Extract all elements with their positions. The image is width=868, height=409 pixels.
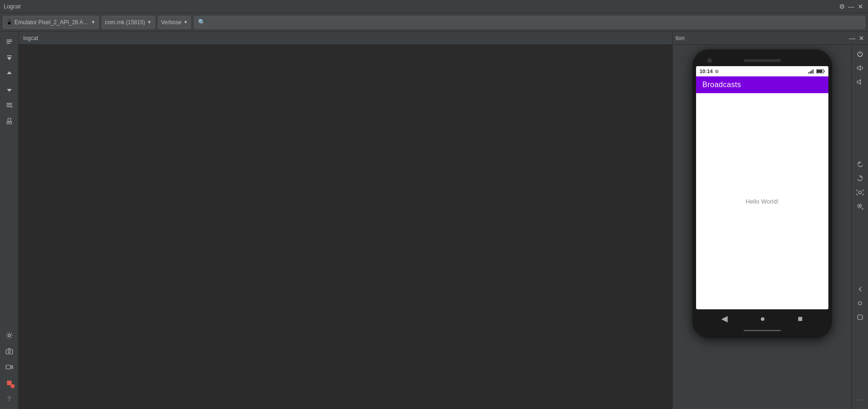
rotate-right-icon[interactable]	[854, 172, 867, 185]
up-icon[interactable]	[2, 66, 17, 81]
phone-top-bar	[696, 55, 828, 66]
battery-icon	[816, 69, 825, 74]
emulator-device-label: Emulator Pixel_2_API_28 Android	[14, 19, 89, 26]
logcat-header: logcat	[19, 32, 672, 45]
svg-point-10	[8, 334, 10, 337]
verbose-chevron: ▼	[184, 20, 188, 25]
settings-title-btn[interactable]: ⚙	[838, 3, 846, 10]
search-icon: 🔍	[198, 19, 205, 26]
svg-rect-8	[8, 118, 11, 122]
more-options-icon[interactable]: ···	[854, 393, 867, 406]
svg-rect-2	[7, 43, 10, 44]
svg-point-22	[859, 191, 861, 194]
phone-settings-icon: ⚙	[715, 69, 719, 74]
nav-recent-icon[interactable]	[854, 311, 867, 324]
emulator-device-selector[interactable]: 📱 Emulator Pixel_2_API_28 Android ▼	[3, 16, 99, 29]
phone-frame: 10:14 ⚙	[692, 49, 832, 338]
svg-rect-13	[6, 365, 11, 369]
svg-rect-21	[824, 71, 825, 72]
clear-logcat-icon[interactable]	[2, 34, 17, 49]
package-chevron: ▼	[147, 20, 152, 25]
phone-status-icons	[808, 69, 825, 74]
svg-rect-14	[7, 381, 12, 385]
help-icon[interactable]: ?	[2, 391, 17, 406]
phone-app-title: Broadcasts	[703, 81, 741, 89]
package-label: com.mk (15815)	[105, 19, 145, 26]
emulator-device-chevron: ▼	[91, 20, 96, 25]
svg-rect-3	[7, 55, 12, 56]
emulator-close-btn[interactable]: ✕	[858, 34, 865, 42]
right-content: 10:14 ⚙	[673, 45, 868, 409]
volume-up-icon[interactable]	[854, 61, 867, 75]
video-icon[interactable]	[2, 360, 17, 375]
emulator-minimize-btn[interactable]: —	[848, 34, 856, 42]
svg-rect-18	[813, 69, 813, 74]
svg-rect-25	[858, 315, 862, 320]
title-bar: Logcat ⚙ — ✕	[0, 0, 868, 13]
phone-nav-bar: ◀ ● ■	[696, 309, 828, 328]
right-icons-panel: ···	[851, 45, 868, 409]
rotate-left-icon[interactable]	[854, 158, 867, 171]
phone-screen[interactable]: 10:14 ⚙	[696, 66, 828, 309]
svg-point-24	[858, 301, 861, 305]
svg-rect-20	[817, 70, 822, 73]
phone-area: 10:14 ⚙	[673, 45, 851, 409]
svg-rect-9	[8, 123, 11, 123]
svg-rect-4	[7, 103, 12, 104]
package-selector[interactable]: com.mk (15815) ▼	[102, 16, 155, 29]
emulator-top-bar: tion — ✕	[673, 32, 868, 45]
phone-back-btn[interactable]: ◀	[721, 314, 728, 324]
svg-rect-6	[7, 106, 11, 107]
signal-icon	[808, 69, 815, 74]
svg-rect-16	[810, 71, 811, 74]
settings-icon[interactable]	[2, 328, 17, 343]
phone-app-content[interactable]: Hello World!	[696, 93, 828, 309]
phone-bottom-bar	[696, 328, 828, 333]
svg-rect-15	[808, 72, 809, 74]
zoom-in-icon[interactable]	[854, 200, 867, 213]
svg-rect-11	[6, 349, 13, 354]
nav-home-icon[interactable]	[854, 297, 867, 310]
phone-bottom-indicator	[744, 330, 781, 331]
camera-icon[interactable]	[2, 344, 17, 359]
phone-speaker	[744, 59, 781, 62]
scroll-end-icon[interactable]	[2, 50, 17, 65]
phone-recent-btn[interactable]: ■	[798, 314, 803, 324]
print-icon[interactable]	[2, 114, 17, 129]
nav-back-icon[interactable]	[854, 283, 867, 296]
title-bar-controls: ⚙ — ✕	[838, 0, 864, 13]
right-panel: tion — ✕ 10:14 ⚙	[672, 32, 868, 409]
minimize-btn[interactable]: —	[847, 3, 855, 10]
logcat-body[interactable]	[19, 45, 672, 409]
power-icon[interactable]	[854, 48, 867, 61]
svg-point-12	[8, 351, 10, 353]
search-bar[interactable]: 🔍	[194, 16, 865, 29]
close-btn[interactable]: ✕	[857, 3, 864, 10]
stop-recording-icon[interactable]	[2, 375, 17, 390]
phone-status-bar: 10:14 ⚙	[696, 66, 828, 76]
phone-app-bar: Broadcasts	[696, 76, 828, 93]
app-title: Logcat	[4, 3, 21, 10]
phone-camera	[707, 58, 712, 63]
search-input[interactable]	[207, 19, 861, 26]
svg-rect-1	[7, 41, 12, 42]
volume-down-icon[interactable]	[854, 75, 867, 89]
main-area: ? logcat tion — ✕	[0, 32, 868, 409]
svg-rect-5	[7, 105, 12, 106]
right-panel-label: tion	[676, 35, 684, 41]
capture-icon[interactable]	[854, 186, 867, 199]
svg-rect-0	[7, 40, 12, 41]
svg-rect-17	[811, 70, 812, 74]
logcat-content: logcat	[19, 32, 672, 409]
toolbar: 📱 Emulator Pixel_2_API_28 Android ▼ com.…	[0, 13, 868, 32]
verbose-selector[interactable]: Verbose ▼	[158, 16, 191, 29]
logcat-label: logcat	[23, 35, 38, 41]
down-icon[interactable]	[2, 82, 17, 97]
left-sidebar: ?	[0, 32, 19, 409]
phone-time: 10:14	[700, 68, 713, 74]
phone-hello-world: Hello World!	[745, 198, 779, 205]
wrap-text-icon[interactable]	[2, 98, 17, 113]
phone-home-btn[interactable]: ●	[760, 314, 765, 324]
verbose-label: Verbose	[161, 19, 182, 26]
